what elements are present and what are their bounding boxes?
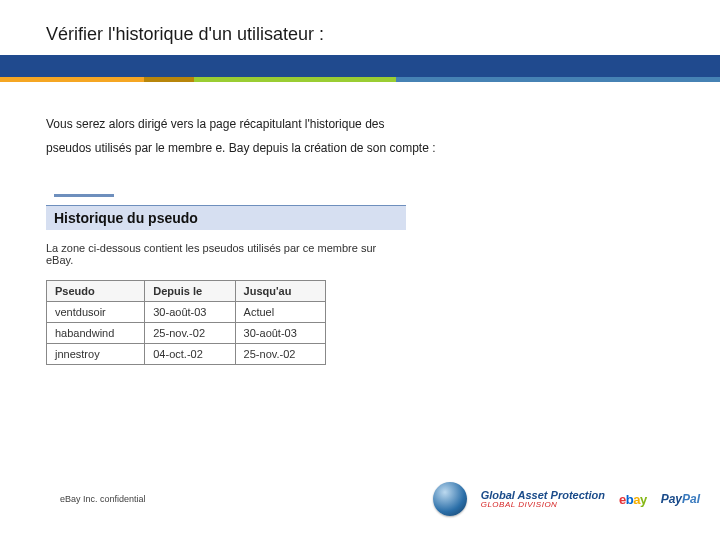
history-table: Pseudo Depuis le Jusqu'au ventdusoir 30-… <box>46 280 326 365</box>
cell-to: Actuel <box>235 302 325 323</box>
confidential-text: eBay Inc. confidential <box>60 494 146 504</box>
cell-from: 04-oct.-02 <box>145 344 235 365</box>
title-area: Vérifier l'historique d'un utilisateur : <box>0 0 720 55</box>
intro-text: Vous serez alors dirigé vers la page réc… <box>46 112 674 160</box>
table-header-row: Pseudo Depuis le Jusqu'au <box>47 281 326 302</box>
embedded-screenshot: Historique du pseudo La zone ci-dessous … <box>46 194 406 365</box>
body-area: Vous serez alors dirigé vers la page réc… <box>0 82 720 365</box>
cell-from: 30-août-03 <box>145 302 235 323</box>
slide-container: Vérifier l'historique d'un utilisateur :… <box>0 0 720 540</box>
history-heading: Historique du pseudo <box>46 205 406 230</box>
intro-line-2: pseudos utilisés par le membre e. Bay de… <box>46 141 436 155</box>
cell-to: 30-août-03 <box>235 323 325 344</box>
logo-group: Global Asset Protection GLOBAL DIVISION … <box>433 482 700 516</box>
ebay-logo: ebay <box>619 492 647 507</box>
slide-title: Vérifier l'historique d'un utilisateur : <box>46 24 720 45</box>
cell-to: 25-nov.-02 <box>235 344 325 365</box>
cell-pseudo: ventdusoir <box>47 302 145 323</box>
gap-subtitle: GLOBAL DIVISION <box>481 501 605 509</box>
gap-title: Global Asset Protection <box>481 490 605 501</box>
col-pseudo: Pseudo <box>47 281 145 302</box>
footer: eBay Inc. confidential Global Asset Prot… <box>0 482 720 516</box>
paypal-logo: PayPal <box>661 492 700 506</box>
table-row: ventdusoir 30-août-03 Actuel <box>47 302 326 323</box>
intro-line-1: Vous serez alors dirigé vers la page réc… <box>46 117 384 131</box>
history-description: La zone ci-dessous contient les pseudos … <box>46 230 406 280</box>
table-row: habandwind 25-nov.-02 30-août-03 <box>47 323 326 344</box>
gap-logo: Global Asset Protection GLOBAL DIVISION <box>481 490 605 509</box>
col-to: Jusqu'au <box>235 281 325 302</box>
screenshot-top-edge <box>54 194 114 197</box>
cell-pseudo: habandwind <box>47 323 145 344</box>
header-blue-bar <box>0 55 720 77</box>
col-from: Depuis le <box>145 281 235 302</box>
cell-pseudo: jnnestroy <box>47 344 145 365</box>
globe-icon <box>433 482 467 516</box>
table-row: jnnestroy 04-oct.-02 25-nov.-02 <box>47 344 326 365</box>
cell-from: 25-nov.-02 <box>145 323 235 344</box>
